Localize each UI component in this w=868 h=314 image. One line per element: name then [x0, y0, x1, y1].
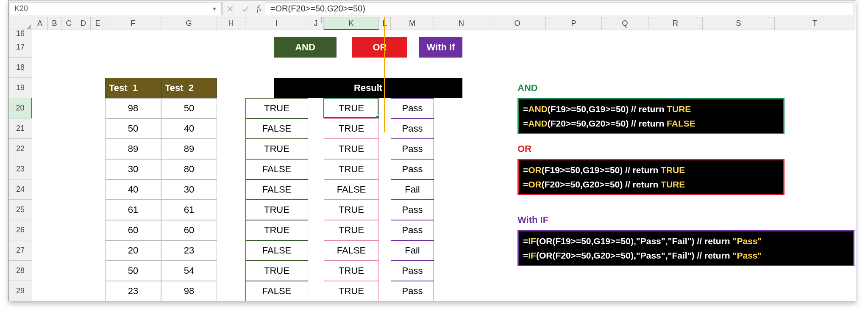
row-header-19[interactable]: 19	[9, 78, 32, 98]
cell-K27[interactable]: FALSE	[324, 240, 379, 261]
cell-G28[interactable]: 54	[161, 261, 217, 281]
cell-M21[interactable]: Pass	[391, 118, 434, 139]
column-header-E[interactable]: E	[91, 17, 105, 30]
cell-M26[interactable]: Pass	[391, 220, 434, 240]
cell-I24[interactable]: FALSE	[245, 179, 308, 200]
label-and: AND	[517, 78, 577, 98]
row-header-24[interactable]: 24	[9, 179, 32, 200]
column-header-P[interactable]: P	[546, 17, 602, 30]
row-header-22[interactable]: 22	[9, 139, 32, 159]
cell-M27[interactable]: Fail	[391, 240, 434, 261]
cell-G25[interactable]: 61	[161, 200, 217, 220]
row-header-29[interactable]: 29	[9, 281, 32, 301]
cell-I28[interactable]: TRUE	[245, 261, 308, 281]
cell-K25[interactable]: TRUE	[324, 200, 379, 220]
cell-K24[interactable]: FALSE	[324, 179, 379, 200]
column-header-T[interactable]: T	[775, 17, 855, 30]
cell-I26[interactable]: TRUE	[245, 220, 308, 240]
cell-I29[interactable]: FALSE	[245, 281, 308, 301]
cell-G24[interactable]: 30	[161, 179, 217, 200]
cell-K20[interactable]: TRUE	[324, 98, 379, 118]
cell-M25[interactable]: Pass	[391, 200, 434, 220]
code-line: =OR(F19>=50,G19>=50) // return TRUE	[523, 163, 779, 177]
cell-M28[interactable]: Pass	[391, 261, 434, 281]
cell-F26[interactable]: 60	[105, 220, 161, 240]
formula-input[interactable]: =OR(F20>=50,G20>=50)	[265, 2, 854, 15]
row-header-27[interactable]: 27	[9, 240, 32, 261]
code-line: =OR(F20>=50,G20>=50) // return TURE	[523, 177, 779, 192]
name-box[interactable]: K20 ▼	[10, 2, 222, 15]
row-headers: 1617181920212223242526272829	[9, 30, 32, 301]
row-header-23[interactable]: 23	[9, 159, 32, 179]
cell-G26[interactable]: 60	[161, 220, 217, 240]
cell-I20[interactable]: TRUE	[245, 98, 308, 118]
chevron-down-icon[interactable]: ▼	[212, 6, 217, 12]
cell-F25[interactable]: 61	[105, 200, 161, 220]
cell-G20[interactable]: 50	[161, 98, 217, 118]
row-header-26[interactable]: 26	[9, 220, 32, 240]
cancel-icon[interactable]	[226, 5, 234, 13]
cell-F23[interactable]: 30	[105, 159, 161, 179]
cell-K29[interactable]: TRUE	[324, 281, 379, 301]
fx-icon[interactable]: fx	[257, 4, 262, 13]
column-header-M[interactable]: M	[391, 17, 434, 30]
cell-F22[interactable]: 89	[105, 139, 161, 159]
cell-I23[interactable]: FALSE	[245, 159, 308, 179]
column-header-N[interactable]: N	[434, 17, 489, 30]
cell-G23[interactable]: 80	[161, 159, 217, 179]
cell-G27[interactable]: 23	[161, 240, 217, 261]
cell-F20[interactable]: 98	[105, 98, 161, 118]
check-icon[interactable]	[242, 5, 249, 13]
row-header-20[interactable]: 20	[9, 98, 32, 118]
cell-G21[interactable]: 40	[161, 118, 217, 139]
cell-F29[interactable]: 23	[105, 281, 161, 301]
row-header-17[interactable]: 17	[9, 37, 32, 58]
cell-F28[interactable]: 50	[105, 261, 161, 281]
label-or: OR	[517, 139, 577, 159]
cells-area[interactable]: AND OR With If Test_1 Test_2 Result AND …	[32, 30, 856, 301]
column-header-F[interactable]: F	[105, 17, 161, 30]
column-header-I[interactable]: I	[245, 17, 308, 30]
select-all-button[interactable]	[9, 17, 32, 30]
column-header-Q[interactable]: Q	[602, 17, 648, 30]
cell-I27[interactable]: FALSE	[245, 240, 308, 261]
row-header-18[interactable]: 18	[9, 58, 32, 78]
column-header-D[interactable]: D	[76, 17, 91, 30]
column-header-H[interactable]: H	[217, 17, 245, 30]
cell-K23[interactable]: TRUE	[324, 159, 379, 179]
row-header-21[interactable]: 21	[9, 118, 32, 139]
callout-line-down2	[384, 17, 385, 132]
cell-K28[interactable]: TRUE	[324, 261, 379, 281]
column-header-L[interactable]: L	[379, 17, 391, 30]
column-header-C[interactable]: C	[61, 17, 76, 30]
cell-I25[interactable]: TRUE	[245, 200, 308, 220]
cell-M20[interactable]: Pass	[391, 98, 434, 118]
column-header-J[interactable]: J	[308, 17, 324, 30]
cell-I22[interactable]: TRUE	[245, 139, 308, 159]
cell-K21[interactable]: TRUE	[324, 118, 379, 139]
cell-K26[interactable]: TRUE	[324, 220, 379, 240]
cell-M24[interactable]: Fail	[391, 179, 434, 200]
row-header-16[interactable]: 16	[9, 30, 32, 37]
codebox-or: =OR(F19>=50,G19>=50) // return TRUE =OR(…	[517, 159, 785, 195]
column-header-G[interactable]: G	[161, 17, 217, 30]
column-header-A[interactable]: A	[32, 17, 48, 30]
cell-G22[interactable]: 89	[161, 139, 217, 159]
cell-G29[interactable]: 98	[161, 281, 217, 301]
column-header-O[interactable]: O	[489, 17, 546, 30]
cell-F27[interactable]: 20	[105, 240, 161, 261]
cell-M22[interactable]: Pass	[391, 139, 434, 159]
cell-F24[interactable]: 40	[105, 179, 161, 200]
cell-K22[interactable]: TRUE	[324, 139, 379, 159]
cell-M23[interactable]: Pass	[391, 159, 434, 179]
column-header-B[interactable]: B	[48, 17, 61, 30]
cell-M29[interactable]: Pass	[391, 281, 434, 301]
row-header-25[interactable]: 25	[9, 200, 32, 220]
cell-F21[interactable]: 50	[105, 118, 161, 139]
column-header-S[interactable]: S	[703, 17, 775, 30]
column-header-R[interactable]: R	[648, 17, 703, 30]
worksheet-grid[interactable]: ABCDEFGHIJKLMNOPQRST 1617181920212223242…	[9, 17, 856, 301]
cell-I21[interactable]: FALSE	[245, 118, 308, 139]
column-header-K[interactable]: K	[324, 17, 379, 30]
row-header-28[interactable]: 28	[9, 261, 32, 281]
